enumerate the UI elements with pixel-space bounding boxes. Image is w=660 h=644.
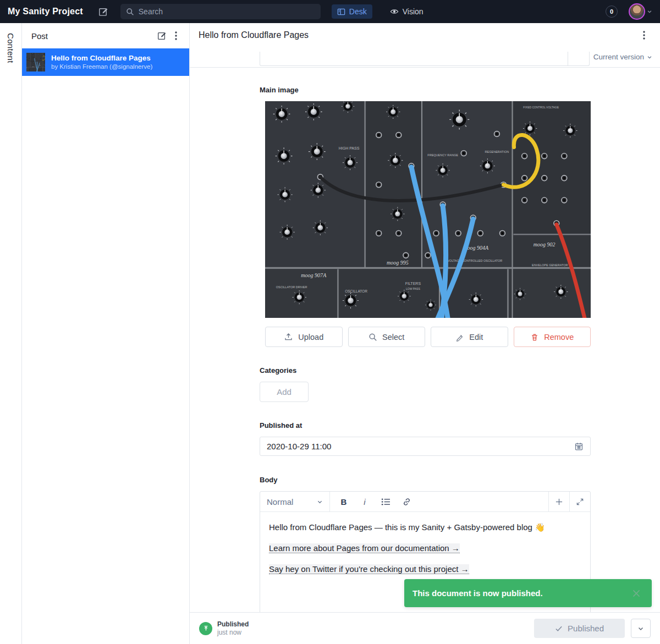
list-item-title: Hello from Cloudflare Pages [51,53,152,63]
upload-label: Upload [298,333,323,342]
categories-label: Categories [260,366,660,375]
chevron-down-icon [647,54,652,60]
post-list-pane: Post Hello from Cloudflare Pages by Kris… [22,23,190,644]
tab-desk-label: Desk [349,7,367,16]
published-at-value: 2020-10-29 11:00 [267,442,574,451]
content-rail[interactable]: Content [0,23,22,644]
editor-toolbar: Normal B i [260,492,590,512]
close-icon[interactable] [629,586,644,601]
publish-status-icon [199,622,212,635]
calendar-icon[interactable] [574,442,584,451]
version-label: Current version [593,53,644,61]
eye-icon [390,7,399,16]
search-placeholder: Search [139,7,163,16]
search-input[interactable]: Search [120,4,321,19]
body-paragraph: Hello from Cloudflare Pages — this is my… [269,521,581,533]
publish-toast: This document is now published. [404,579,652,607]
list-item-post[interactable]: Hello from Cloudflare Pages by Kristian … [22,48,189,76]
body-link-docs[interactable]: Learn more about Pages from our document… [269,543,460,553]
link-icon [402,497,411,507]
edit-label: Edit [469,333,483,342]
check-icon [555,625,563,632]
italic-button[interactable]: i [354,492,375,511]
document-title: Hello from Cloudflare Pages [199,30,637,40]
tab-vision-label: Vision [403,7,424,16]
body-link-twitter[interactable]: Say hey on Twitter if you're checking ou… [269,564,469,574]
main-image-preview[interactable] [265,101,591,318]
remove-label: Remove [544,333,574,342]
search-icon [369,333,377,342]
desk-icon [337,8,345,16]
paragraph-style-value: Normal [267,497,293,507]
publish-status-time: just now [217,629,249,637]
project-title: My Sanity Project [8,7,83,16]
document-footer: Published just now Published [190,612,660,644]
fullscreen-button[interactable] [569,492,590,511]
document-kebab-icon[interactable] [637,28,651,42]
insert-block-button[interactable] [548,492,569,511]
kebab-menu-icon[interactable] [169,29,183,42]
link-button[interactable] [396,492,417,511]
upload-icon [284,332,293,342]
main-image-label: Main image [260,86,660,94]
document-form: Main image Upload [190,68,660,612]
body-label: Body [260,476,660,484]
add-category-button[interactable]: Add [260,382,309,402]
document-header: Hello from Cloudflare Pages [190,23,660,47]
chevron-down-icon [317,499,323,505]
publish-button-label: Published [568,624,604,633]
content-rail-label: Content [6,33,15,63]
user-menu[interactable] [629,3,652,20]
post-thumbnail [26,53,45,71]
document-pane: Hello from Cloudflare Pages Current vers… [190,23,660,644]
published-at-label: Published at [260,421,660,430]
search-icon [126,8,134,16]
new-document-icon[interactable] [154,28,169,43]
bullet-list-icon [381,498,391,506]
chevron-down-icon [647,9,652,14]
clipped-text-field[interactable] [260,52,590,66]
pane-title: Post [31,31,154,41]
pencil-icon [455,333,464,342]
select-label: Select [382,333,404,342]
avatar [629,3,645,20]
trash-icon [530,333,539,342]
chevron-down-icon [637,625,644,632]
publish-menu-button[interactable] [631,619,651,638]
tab-desk[interactable]: Desk [332,4,372,19]
expand-icon [576,498,584,506]
version-selector[interactable]: Current version [593,53,652,61]
document-subheader: Current version [190,47,660,68]
post-list-header: Post [22,23,189,48]
plus-icon [555,498,563,506]
toast-message: This document is now published. [413,588,629,598]
bullet-list-button[interactable] [375,492,396,511]
select-button[interactable]: Select [348,327,426,347]
tab-vision[interactable]: Vision [384,4,429,19]
compose-icon[interactable] [96,4,111,19]
upload-button[interactable]: Upload [265,327,343,347]
edit-button[interactable]: Edit [431,327,508,347]
publish-button[interactable]: Published [534,619,625,638]
top-navbar: My Sanity Project Search Desk [0,0,660,23]
publish-status-title: Published [217,620,249,629]
bold-button[interactable]: B [333,492,354,511]
published-at-input[interactable]: 2020-10-29 11:00 [260,437,591,456]
remove-button[interactable]: Remove [514,327,591,347]
paragraph-style-select[interactable]: Normal [260,492,330,511]
list-item-subtitle: by Kristian Freeman (@signalnerve) [51,63,152,71]
notification-badge[interactable]: 0 [606,5,618,18]
